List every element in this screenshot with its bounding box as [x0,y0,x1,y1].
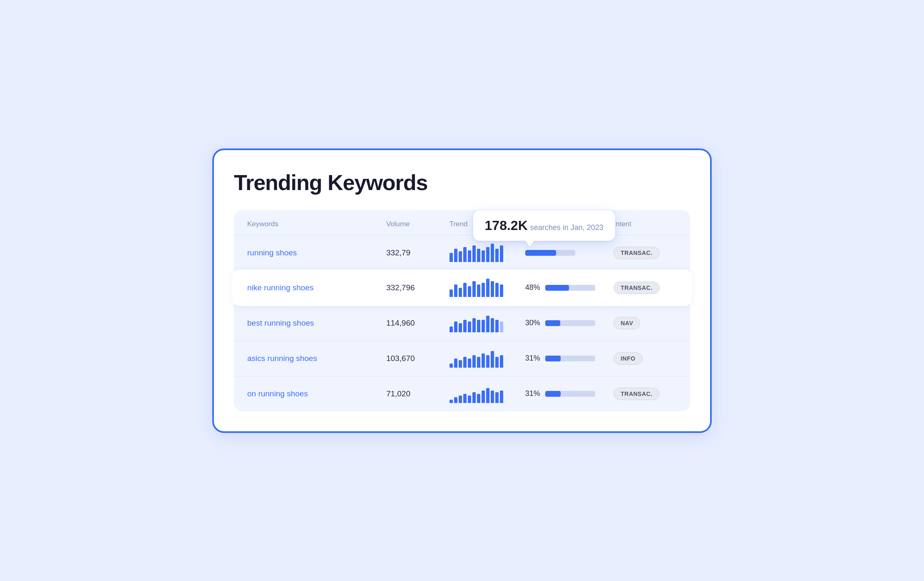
bar [468,250,471,262]
keywords-table: Keywords Volume Trend Zero-click Searche… [234,210,690,411]
table-body: running shoes 332,79 178.2Ksearches in J… [234,235,690,411]
col-header-zero-click: Zero-click Searches [525,220,614,228]
bar [477,320,480,332]
bar [500,284,503,297]
bar [454,249,457,262]
zero-click-pct: 31% [525,389,540,398]
bar [486,316,489,332]
bar [500,355,503,368]
progress-bar-fill [545,320,560,326]
keyword-link[interactable]: running shoes [247,248,297,257]
bar [482,320,485,332]
volume-cell: 103,670 [386,354,450,363]
page-title: Trending Keywords [234,170,690,195]
bar [482,354,485,368]
bar [495,357,499,368]
bar [491,318,494,332]
bar [463,247,467,262]
keyword-cell[interactable]: on running shoes [247,389,386,398]
keyword-link[interactable]: best running shoes [247,319,314,327]
bar [450,326,453,332]
zero-click-cell: 30% [525,319,614,327]
trend-bars [450,314,525,332]
progress-bar-bg [525,250,575,256]
zero-click-pct: 31% [525,354,540,363]
bar [459,360,462,368]
bar [491,391,494,403]
bar [454,321,457,332]
bar [491,281,494,297]
bar [472,392,476,403]
bar [495,392,499,403]
progress-bar-bg [545,320,595,326]
bar [486,279,489,297]
progress-bar-fill [545,391,561,397]
keyword-link[interactable]: asics running shoes [247,354,317,363]
bar [486,355,489,368]
table-row: asics running shoes 103,670 [234,341,690,376]
intent-cell: TRANSAC. [614,388,677,400]
progress-bar-fill [525,250,556,256]
keyword-cell[interactable]: best running shoes [247,319,386,328]
bar [454,358,457,368]
bar [472,281,476,297]
intent-cell: NAV [614,317,677,329]
intent-badge: NAV [614,317,640,329]
bar [468,358,471,368]
bar [495,320,499,332]
zero-click-cell: 31% [525,389,614,398]
trend-cell: 178.2Ksearches in Jan, 2023 [450,244,525,262]
bar [477,394,480,403]
keyword-cell[interactable]: asics running shoes [247,354,386,363]
keyword-cell[interactable]: nike running shoes [247,283,386,292]
bar [463,283,467,297]
bar [477,284,480,297]
bar [482,391,485,403]
volume-cell: 71,020 [386,389,450,398]
bar [472,355,476,368]
table-row: best running shoes 114,960 [234,305,690,341]
bar [450,400,453,403]
bar [482,250,485,262]
bar [491,244,494,262]
bar [454,284,457,297]
bar [459,323,462,332]
bar [459,251,462,262]
intent-badge: INFO [614,352,642,365]
bar [463,394,467,403]
bar [495,283,499,297]
col-header-intent: Intent [614,220,677,228]
volume-cell: 332,796 [386,283,450,292]
bar [486,388,489,403]
bar [500,245,503,262]
progress-bar-fill [545,356,561,361]
keyword-link[interactable]: on running shoes [247,389,308,398]
bar [459,288,462,297]
bar [477,357,480,368]
progress-bar-bg [545,356,595,361]
bar [454,397,457,403]
col-header-trend: Trend [450,220,525,228]
intent-cell: TRANSAC. [614,247,677,259]
zero-click-pct: 48% [525,283,540,292]
bar [495,249,499,262]
bar [468,286,471,297]
bar [459,396,462,403]
zero-click-cell: 31% [525,354,614,363]
bar [472,318,476,332]
table-row: nike running shoes 332,796 [232,269,692,306]
trend-bars [450,244,525,262]
bar [468,396,471,403]
keyword-cell[interactable]: running shoes [247,248,386,257]
bar [477,249,480,262]
table-row: running shoes 332,79 178.2Ksearches in J… [234,235,690,270]
col-header-keywords: Keywords [247,220,386,228]
bar [463,357,467,368]
bar [450,289,453,297]
bar [486,247,489,262]
intent-badge: TRANSAC. [614,388,659,400]
progress-bar-bg [545,391,595,397]
keyword-link[interactable]: nike running shoes [247,283,314,292]
volume-cell: 332,79 [386,248,450,257]
intent-cell: INFO [614,352,677,365]
